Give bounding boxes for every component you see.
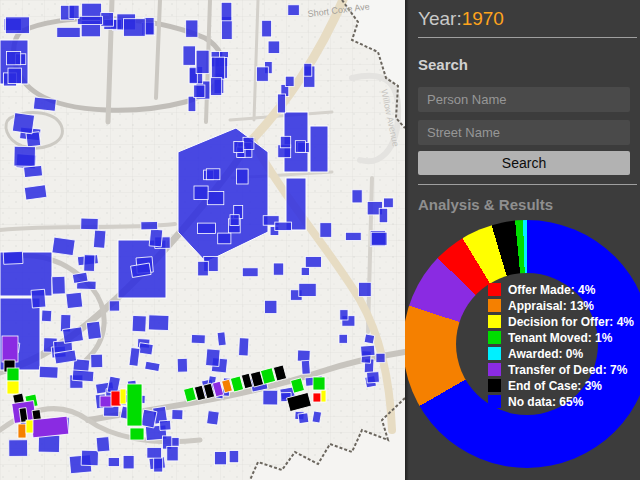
divider	[418, 37, 637, 38]
legend-swatch	[488, 347, 501, 360]
legend-swatch	[488, 315, 501, 328]
legend-swatch	[488, 363, 501, 376]
search-heading: Search	[418, 56, 468, 73]
person-name-input[interactable]	[418, 87, 630, 112]
legend-swatch	[488, 283, 501, 296]
year-label: Year:	[418, 8, 462, 29]
street-name-input[interactable]	[418, 120, 630, 145]
year-value: 1970	[462, 8, 504, 29]
legend-label: Decision for Offer: 4%	[508, 315, 634, 329]
sidebar: Year:1970 Search Search Analysis & Resul…	[405, 0, 640, 480]
map-region: Short Coxe AveWillow Avenue	[0, 0, 405, 480]
legend-item: Tenant Moved: 1%	[488, 331, 638, 344]
legend-item: Awarded: 0%	[488, 347, 638, 360]
search-button[interactable]: Search	[418, 151, 630, 175]
status-donut-chart: Offer Made: 4%Appraisal: 13%Decision for…	[405, 220, 640, 468]
legend-swatch	[488, 331, 501, 344]
legend-item: Offer Made: 4%	[488, 283, 638, 296]
legend-label: Transfer of Deed: 7%	[508, 363, 627, 377]
legend-swatch	[488, 379, 501, 392]
legend-item: Transfer of Deed: 7%	[488, 363, 638, 376]
legend-label: No data: 65%	[508, 395, 583, 409]
legend-item: Appraisal: 13%	[488, 299, 638, 312]
year-display: Year:1970	[418, 7, 504, 31]
legend-item: No data: 65%	[488, 395, 638, 408]
legend-label: End of Case: 3%	[508, 379, 602, 393]
legend-label: Offer Made: 4%	[508, 283, 595, 297]
legend-item: End of Case: 3%	[488, 379, 638, 392]
analysis-heading: Analysis & Results	[418, 196, 553, 213]
app-window: Short Coxe AveWillow Avenue Year:1970 Se…	[0, 0, 640, 480]
map-canvas[interactable]: Short Coxe AveWillow Avenue	[0, 0, 405, 480]
legend-item: Decision for Offer: 4%	[488, 315, 638, 328]
legend-label: Awarded: 0%	[508, 347, 583, 361]
divider	[418, 184, 637, 185]
chart-legend: Offer Made: 4%Appraisal: 13%Decision for…	[488, 283, 638, 411]
legend-label: Appraisal: 13%	[508, 299, 594, 313]
legend-swatch	[488, 395, 501, 408]
legend-swatch	[488, 299, 501, 312]
legend-label: Tenant Moved: 1%	[508, 331, 612, 345]
